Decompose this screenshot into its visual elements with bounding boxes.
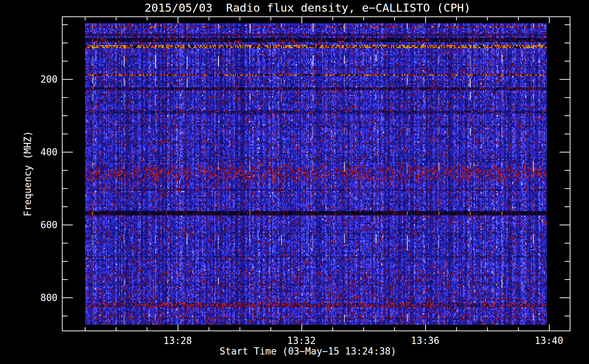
axis-tick (518, 17, 519, 20)
axis-tick (270, 327, 271, 331)
axis-tick (240, 17, 240, 20)
axis-tick (85, 17, 86, 20)
spectrogram-page: 2015/05/03 Radio flux density, e−CALLIST… (0, 0, 589, 364)
axis-tick (63, 188, 68, 189)
axis-tick (518, 327, 519, 331)
axis-tick (63, 297, 73, 298)
axis-tick (487, 17, 488, 20)
axis-tick (560, 79, 570, 80)
axis-tick (565, 115, 570, 116)
x-tick-label-1340: 13:40 (523, 336, 574, 346)
axis-tick (63, 43, 68, 43)
axis-tick (425, 17, 426, 23)
axis-tick (63, 134, 68, 134)
plot-frame (62, 16, 570, 331)
axis-tick (565, 261, 570, 262)
axis-tick (209, 17, 209, 20)
axis-tick (456, 327, 457, 331)
axis-tick (565, 206, 570, 207)
axis-tick (116, 327, 116, 331)
axis-tick (85, 327, 86, 331)
axis-tick (178, 17, 178, 23)
axis-tick (63, 152, 73, 153)
axis-tick (63, 316, 68, 316)
axis-tick (549, 324, 550, 331)
axis-tick (63, 115, 68, 116)
axis-tick (565, 188, 570, 189)
x-tick-label-1336: 13:36 (400, 336, 451, 346)
axis-tick (565, 316, 570, 316)
axis-tick (565, 24, 570, 25)
axis-tick (363, 17, 364, 20)
axis-tick (63, 225, 73, 225)
axis-tick (565, 43, 570, 43)
axis-tick (565, 97, 570, 98)
axis-tick (363, 327, 364, 331)
axis-tick (63, 79, 73, 80)
axis-tick (394, 17, 395, 20)
axis-tick (63, 61, 68, 62)
axis-tick (565, 243, 570, 244)
axis-tick (456, 17, 457, 20)
axis-tick (549, 17, 550, 23)
y-axis-label: Frequency (MHZ) (23, 131, 33, 217)
axis-tick (63, 206, 68, 207)
axis-tick (147, 17, 147, 20)
axis-tick (332, 327, 333, 331)
axis-tick (560, 297, 570, 298)
axis-tick (178, 324, 178, 331)
axis-tick (209, 327, 209, 331)
axis-tick (63, 170, 68, 171)
axis-tick (116, 17, 116, 20)
axis-tick (63, 97, 68, 98)
axis-tick (565, 170, 570, 171)
axis-tick (332, 17, 333, 20)
x-tick-label-1328: 13:28 (152, 336, 203, 346)
axis-tick (394, 327, 395, 331)
x-tick-label-1332: 13:32 (276, 336, 327, 346)
axis-tick (63, 243, 68, 244)
axis-tick (301, 17, 302, 23)
axis-tick (487, 327, 488, 331)
axis-tick (565, 134, 570, 134)
y-tick-label-600: 600 (24, 220, 58, 230)
axis-tick (425, 324, 426, 331)
y-tick-label-200: 200 (24, 74, 58, 84)
axis-tick (560, 152, 570, 153)
axis-tick (565, 61, 570, 62)
y-tick-label-800: 800 (24, 293, 58, 303)
axis-tick (147, 327, 147, 331)
axis-tick (240, 327, 240, 331)
axis-tick (565, 279, 570, 280)
axis-tick (63, 279, 68, 280)
axis-tick (63, 261, 68, 262)
axis-tick (270, 17, 271, 20)
axis-tick (301, 324, 302, 331)
axis-tick (560, 225, 570, 225)
chart-title: 2015/05/03 Radio flux density, e−CALLIST… (126, 1, 490, 15)
axis-tick (63, 24, 68, 25)
x-axis-label: Start Time (03−May−15 13:24:38) (181, 346, 435, 357)
